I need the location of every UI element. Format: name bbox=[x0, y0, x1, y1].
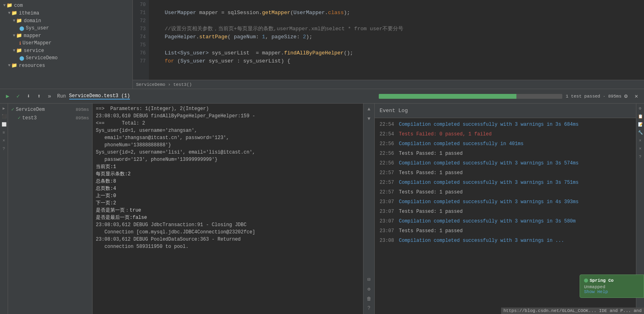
console-line: ==> Parameters: 1(Integer), 2(Integer) bbox=[96, 105, 360, 112]
code-editor: 70 71 72 73 74 75 76 77 UserMapper mappe… bbox=[133, 0, 644, 89]
breadcrumb: ServiceDemo › test3() bbox=[133, 80, 644, 89]
event-log-title: Event Log bbox=[380, 108, 408, 114]
tab-run[interactable]: Run bbox=[57, 94, 66, 99]
event-entry-13: 23:08 Compilation completed successfully… bbox=[375, 236, 636, 245]
left-icon-2[interactable]: ⬛ bbox=[1, 113, 7, 120]
test-tree-test3[interactable]: ✓ test3 895ms bbox=[8, 114, 92, 122]
event-entry-12: 23:07 Tests Passed: 1 passed bbox=[375, 226, 636, 236]
sidebar-item-servicedemo[interactable]: ⬤ ServiceDemo bbox=[0, 54, 132, 62]
sidebar-item-itheima[interactable]: ▼ 📁 itheima bbox=[0, 9, 132, 17]
sidebar-label-service: service bbox=[24, 48, 44, 54]
right-icon-5[interactable]: × bbox=[637, 137, 644, 144]
event-pass-text: Tests Passed: 1 passed bbox=[399, 169, 462, 177]
trash-button[interactable]: 🗑 bbox=[365, 295, 373, 303]
spring-popup: Spring Co Unmapped Show Help bbox=[580, 274, 644, 298]
event-link[interactable]: Compilation completed successfully in 40… bbox=[399, 141, 524, 147]
event-pass-text: Tests Passed: 1 passed bbox=[399, 150, 462, 157]
right-icon-2[interactable]: 📋 bbox=[637, 113, 644, 120]
right-icon-6[interactable]: × bbox=[637, 146, 644, 152]
sort-up-button[interactable]: ⬆ bbox=[35, 92, 43, 101]
console-line: connection 589311950 to pool. bbox=[96, 243, 360, 250]
popup-dot bbox=[584, 279, 588, 283]
scroll-down-button[interactable]: ▼ bbox=[365, 115, 373, 123]
folder-icon: 📁 bbox=[16, 33, 22, 39]
left-icons-strip: ▶ ⬛ ⬜ ≡ × ? bbox=[0, 104, 8, 314]
sidebar-label-com: com bbox=[14, 3, 23, 8]
event-text: Compilation completed successfully with … bbox=[399, 121, 578, 128]
console-line: <== Total: 2 bbox=[96, 120, 360, 127]
event-link[interactable]: Compilation completed successfully with … bbox=[399, 122, 578, 127]
right-icon-7[interactable]: ? bbox=[637, 154, 644, 160]
settings-button[interactable]: ⚙ bbox=[621, 92, 630, 101]
arrow-icon: ▼ bbox=[3, 3, 6, 8]
event-link[interactable]: Compilation completed successfully with … bbox=[399, 160, 578, 166]
test-tree-root[interactable]: ✓ ServiceDem 895ms bbox=[8, 105, 92, 114]
code-content[interactable]: UserMapper mapper = sqlSession.getMapper… bbox=[149, 0, 644, 80]
event-entry-2: 22:54 Tests Failed: 0 passed, 1 failed bbox=[375, 129, 636, 139]
top-area: ▼ 📁 com ▼ 📁 itheima ▼ 📁 domain ⬤ Sys_use… bbox=[0, 0, 644, 89]
check-icon: ✓ bbox=[11, 106, 14, 112]
console-line: Connection [com.mysql.jdbc.JDBC4Connecti… bbox=[96, 229, 360, 236]
check-button[interactable]: ✓ bbox=[14, 92, 23, 101]
left-icon-5[interactable]: × bbox=[1, 137, 7, 144]
console-output[interactable]: ==> Parameters: 1(Integer), 2(Integer) 2… bbox=[93, 104, 363, 314]
event-entry-3: 22:56 Compilation completed successfully… bbox=[375, 139, 636, 149]
sidebar-item-sysuser[interactable]: ⬤ Sys_user bbox=[0, 25, 132, 32]
show-help-button[interactable]: Show Help bbox=[584, 289, 640, 294]
breadcrumb-text: ServiceDemo › test3() bbox=[136, 82, 192, 87]
console-line: 23:08:03,612 DEBUG JdbcTransaction:91 - … bbox=[96, 221, 360, 229]
event-pass-text: Tests Passed: 1 passed bbox=[399, 227, 462, 235]
console-line: 23:08:03,612 DEBUG PooledDataSource:363 … bbox=[96, 236, 360, 243]
close-button[interactable]: ✕ bbox=[632, 92, 641, 101]
event-link[interactable]: Compilation completed successfully with … bbox=[399, 218, 576, 224]
sidebar-item-resources[interactable]: ▼ 📁 resources bbox=[0, 62, 132, 69]
popup-header: Spring Co bbox=[584, 278, 640, 283]
console-line: 23:08:03,610 DEBUG findAllByPageHelper_P… bbox=[96, 112, 360, 120]
event-pass-text: Tests Passed: 1 passed bbox=[399, 189, 462, 196]
sort-down-button[interactable]: ⬇ bbox=[24, 92, 33, 101]
filter-button[interactable]: ⊟ bbox=[365, 275, 373, 283]
run-header: ▶ ✓ ⬇ ⬆ » Run ServiceDemo.test3 (1) 1 te… bbox=[0, 89, 644, 104]
console-line: 当前页:1 bbox=[96, 163, 360, 171]
more-button[interactable]: » bbox=[45, 92, 54, 101]
sidebar-item-usermapper[interactable]: ℹ UserMapper bbox=[0, 40, 132, 47]
right-icon-1[interactable]: ⚙ bbox=[637, 105, 644, 112]
play-button[interactable]: ▶ bbox=[3, 92, 12, 101]
event-link[interactable]: Compilation completed successfully with … bbox=[399, 199, 578, 205]
console-line: 是否是第一页：true bbox=[96, 207, 360, 214]
console-right-buttons: ▲ ▼ ⊟ ⚙ 🗑 ? bbox=[363, 104, 374, 314]
event-link[interactable]: Compilation completed successfully with … bbox=[399, 180, 578, 185]
console-line: 下一页:2 bbox=[96, 200, 360, 207]
progress-fill bbox=[379, 94, 516, 99]
right-icon-4[interactable]: 🔧 bbox=[637, 129, 644, 136]
left-icon-1[interactable]: ▶ bbox=[1, 105, 7, 112]
java-file-icon: ⬤ bbox=[19, 26, 24, 31]
scroll-up-button[interactable]: ▲ bbox=[365, 105, 373, 113]
event-text: Compilation completed successfully with … bbox=[399, 218, 576, 225]
url-text: https://blog.csdn.net/GLOAL_COOK... IDE … bbox=[504, 308, 642, 313]
event-entry-1: 22:54 Compilation completed successfully… bbox=[375, 120, 636, 129]
sidebar-item-com[interactable]: ▼ 📁 com bbox=[0, 2, 132, 9]
event-time: 23:07 bbox=[380, 227, 396, 235]
test-duration-test3: 895ms bbox=[76, 116, 89, 121]
sidebar-label-domain: domain bbox=[24, 18, 41, 24]
settings2-button[interactable]: ⚙ bbox=[365, 285, 373, 293]
sidebar-item-domain[interactable]: ▼ 📁 domain bbox=[0, 17, 132, 25]
arrow-icon: ▼ bbox=[8, 63, 10, 68]
folder-icon: 📁 bbox=[11, 10, 17, 16]
event-text: Compilation completed successfully in 40… bbox=[399, 140, 524, 148]
tab-servicedemo[interactable]: ServiceDemo.test3 (1) bbox=[69, 93, 130, 100]
right-icon-3[interactable]: 📝 bbox=[637, 121, 644, 128]
sidebar-item-service[interactable]: ▼ 📁 service bbox=[0, 47, 132, 54]
event-text: Compilation completed successfully with … bbox=[399, 160, 578, 167]
folder-icon: 📁 bbox=[16, 18, 22, 24]
sidebar-item-mapper[interactable]: ▼ 📁 mapper bbox=[0, 32, 132, 40]
event-link[interactable]: Compilation completed successfully with … bbox=[399, 238, 564, 243]
console-line: Sys_user{id=2, username='lisi', email='l… bbox=[96, 149, 360, 156]
left-icon-3[interactable]: ⬜ bbox=[1, 121, 7, 128]
left-icon-4[interactable]: ≡ bbox=[1, 129, 7, 136]
help-button[interactable]: ? bbox=[365, 304, 373, 312]
event-time: 22:56 bbox=[380, 140, 396, 148]
left-icon-6[interactable]: ? bbox=[1, 146, 7, 152]
arrow-icon: ▼ bbox=[13, 33, 15, 38]
